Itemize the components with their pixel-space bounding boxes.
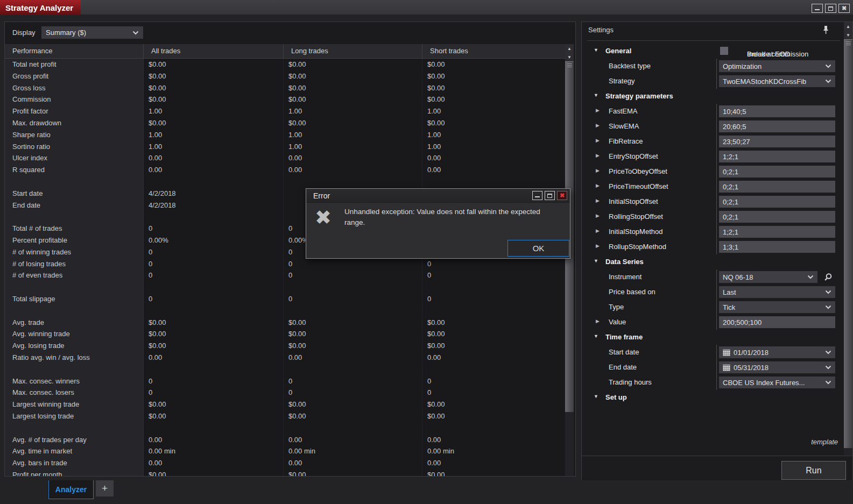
- settings-scrollbar[interactable]: ▲ ▼: [844, 22, 852, 455]
- strategy-dropdown[interactable]: TwoEMAStochKDCrossFib: [719, 75, 835, 87]
- divider: [716, 315, 717, 330]
- expand-triangle-icon[interactable]: ▶: [596, 213, 600, 218]
- table-row-avg-trade[interactable]: Avg. trade$0.00$0.00$0.00: [5, 317, 569, 329]
- window-minimize-button[interactable]: [812, 4, 823, 13]
- table-row-avg-time-in-market[interactable]: Avg. time in market0.00 min0.00 min0.00 …: [5, 445, 569, 457]
- table-row-largest-losing-trade[interactable]: Largest losing trade$0.00$0.00$0.00: [5, 410, 569, 422]
- table-row-max-drawdown[interactable]: Max. drawdown$0.00$0.00$0.00: [5, 117, 569, 129]
- expand-triangle-icon[interactable]: ▶: [596, 183, 600, 188]
- table-row-profit-factor[interactable]: Profit factor1.001.001.00: [5, 105, 569, 117]
- add-tab-button[interactable]: +: [96, 480, 114, 496]
- scroll-down-icon[interactable]: ▼: [565, 53, 574, 61]
- start-date-picker[interactable]: 01/01/2018: [719, 346, 835, 358]
- row-value: $0.00: [284, 317, 422, 329]
- table-row-profit-per-month[interactable]: Profit per month$0.00$0.00$0.00: [5, 469, 569, 477]
- table-row-ratio-avg-win-avg-loss[interactable]: Ratio avg. win / avg. loss0.000.000.00: [5, 352, 569, 364]
- pin-icon[interactable]: [823, 25, 829, 37]
- expand-triangle-icon[interactable]: ▶: [596, 123, 600, 128]
- table-row-sortino-ratio[interactable]: Sortino ratio1.001.001.00: [5, 141, 569, 153]
- table-row-ulcer-index[interactable]: Ulcer index0.000.000.00: [5, 152, 569, 164]
- column-header-long-trades[interactable]: Long trades: [284, 44, 422, 58]
- scroll-up-icon[interactable]: ▲: [565, 44, 574, 53]
- initialstopmethod-input[interactable]: 1;2;1: [719, 226, 835, 238]
- table-row-r-squared[interactable]: R squared0.000.000.00: [5, 164, 569, 176]
- table-spacer-row: [5, 422, 569, 434]
- entrystopoffset-input[interactable]: 1;2;1: [719, 151, 835, 162]
- table-row-max-consec-winners[interactable]: Max. consec. winners000: [5, 375, 569, 387]
- table-row-gross-loss[interactable]: Gross loss$0.00$0.00$0.00: [5, 82, 569, 94]
- rollingstopoffset-input[interactable]: 0;2;1: [719, 211, 835, 223]
- row-value: $0.00: [144, 317, 284, 329]
- run-button[interactable]: Run: [781, 461, 846, 480]
- template-link[interactable]: template: [811, 438, 838, 446]
- expand-triangle-icon[interactable]: ▶: [596, 318, 600, 324]
- pricetoobeyoffset-input[interactable]: 0;2;1: [719, 166, 835, 178]
- type-dropdown[interactable]: Tick: [719, 301, 835, 313]
- row-label: Profit factor: [5, 105, 144, 117]
- scrollbar-thumb[interactable]: [844, 39, 852, 448]
- table-row-gross-profit[interactable]: Gross profit$0.00$0.00$0.00: [5, 70, 569, 82]
- table-row-commission[interactable]: Commission$0.00$0.00$0.00: [5, 94, 569, 105]
- fastema-input[interactable]: 10;40;5: [719, 105, 835, 117]
- row-value: $0.00: [144, 328, 284, 340]
- table-row-avg-of-trades-per-day[interactable]: Avg. # of trades per day0.000.000.00: [5, 434, 569, 446]
- table-row-avg-losing-trade[interactable]: Avg. losing trade$0.00$0.00$0.00: [5, 340, 569, 352]
- collapse-triangle-icon[interactable]: ▼: [594, 333, 598, 339]
- initialstopoffset-input[interactable]: 0;2;1: [719, 196, 835, 208]
- expand-triangle-icon[interactable]: ▶: [596, 153, 600, 158]
- column-header-all-trades[interactable]: All trades: [144, 44, 284, 58]
- collapse-triangle-icon[interactable]: ▼: [594, 47, 598, 53]
- row-value: $0.00: [144, 94, 284, 105]
- scroll-down-icon[interactable]: ▼: [844, 31, 852, 39]
- table-row-max-consec-losers[interactable]: Max. consec. losers000: [5, 387, 569, 399]
- table-row-total-net-profit[interactable]: Total net profit$0.00$0.00$0.00: [5, 59, 569, 70]
- expand-triangle-icon[interactable]: ▶: [596, 198, 600, 203]
- row-value: 4/2/2018: [144, 200, 284, 211]
- rollupstopmethod-input[interactable]: 1;3;1: [719, 241, 835, 253]
- ok-button[interactable]: OK: [507, 240, 569, 257]
- trading-hours-dropdown[interactable]: CBOE US Index Futures...: [719, 377, 835, 388]
- value-input[interactable]: 200;500;100: [719, 316, 835, 328]
- row-value: [144, 422, 284, 434]
- column-header-short-trades[interactable]: Short trades: [422, 44, 569, 58]
- expand-triangle-icon[interactable]: ▶: [596, 228, 600, 233]
- window-maximize-button[interactable]: [825, 4, 836, 13]
- table-row-avg-winning-trade[interactable]: Avg. winning trade$0.00$0.00$0.00: [5, 328, 569, 340]
- table-row-of-losing-trades[interactable]: # of losing trades000: [5, 258, 569, 270]
- expand-triangle-icon[interactable]: ▶: [596, 138, 600, 143]
- table-row-sharpe-ratio[interactable]: Sharpe ratio1.001.001.00: [5, 129, 569, 141]
- instrument-dropdown[interactable]: NQ 06-18: [719, 271, 817, 283]
- backtest-type-dropdown[interactable]: Optimization: [719, 60, 835, 72]
- slowema-input[interactable]: 20;60;5: [719, 120, 835, 132]
- expand-triangle-icon[interactable]: ▶: [596, 168, 600, 173]
- expand-triangle-icon[interactable]: ▶: [596, 108, 600, 113]
- fibretrace-input[interactable]: 23;50;27: [719, 136, 835, 147]
- dialog-minimize-button[interactable]: [532, 191, 542, 200]
- performance-table-body: Total net profit$0.00$0.00$0.00Gross pro…: [5, 59, 569, 477]
- instrument-search-icon[interactable]: [823, 272, 834, 282]
- window-close-button[interactable]: ✖: [838, 4, 850, 13]
- settings-rows: ▼GeneralBacktest typeOptimizationStrateg…: [582, 44, 844, 405]
- setting-label: General: [605, 47, 631, 55]
- dialog-maximize-button[interactable]: [545, 191, 555, 200]
- expand-triangle-icon[interactable]: ▶: [596, 243, 600, 249]
- tab-analyzer[interactable]: Analyzer: [48, 480, 94, 499]
- setting-label: Backtest type: [609, 62, 651, 70]
- collapse-triangle-icon[interactable]: ▼: [594, 93, 598, 98]
- pricetimeoutoffset-input[interactable]: 0;2;1: [719, 181, 835, 193]
- table-row-largest-winning-trade[interactable]: Largest winning trade$0.00$0.00$0.00: [5, 399, 569, 410]
- price-based-on-dropdown[interactable]: Last: [719, 286, 835, 298]
- table-scrollbar[interactable]: ▲ ▼: [565, 44, 574, 477]
- display-select[interactable]: Summary ($): [41, 26, 143, 39]
- table-row-avg-bars-in-trade[interactable]: Avg. bars in trade0.000.000.00: [5, 457, 569, 469]
- column-header-performance[interactable]: Performance: [5, 44, 144, 58]
- table-row-of-even-trades[interactable]: # of even trades000: [5, 269, 569, 281]
- setting-label: Price based on: [609, 288, 655, 296]
- collapse-triangle-icon[interactable]: ▼: [594, 394, 598, 399]
- error-dialog-titlebar[interactable]: Error ✖: [306, 189, 570, 203]
- end-date-picker[interactable]: 05/31/2018: [719, 361, 835, 373]
- scroll-up-icon[interactable]: ▲: [844, 22, 852, 31]
- dialog-close-button[interactable]: ✖: [557, 191, 567, 200]
- table-row-total-slippage[interactable]: Total slippage000: [5, 293, 569, 305]
- collapse-triangle-icon[interactable]: ▼: [594, 258, 598, 264]
